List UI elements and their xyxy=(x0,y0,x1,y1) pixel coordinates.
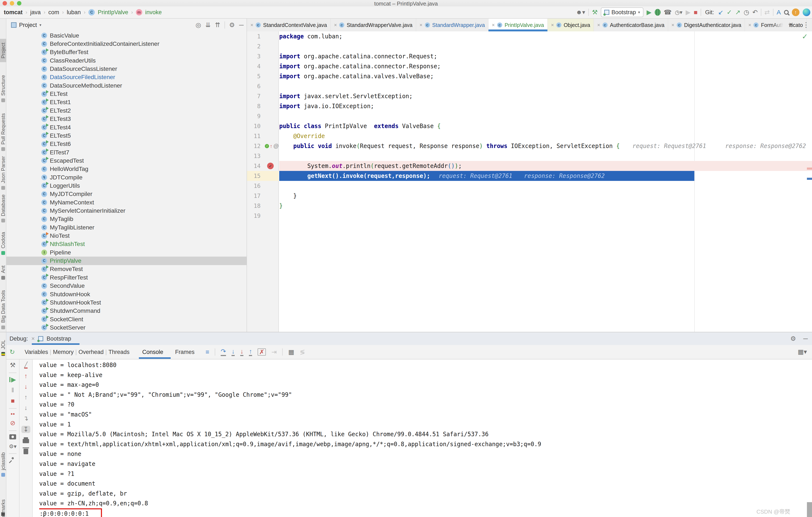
git-commit-icon[interactable]: ✓ xyxy=(727,9,732,16)
close-icon[interactable]: × xyxy=(597,22,600,28)
trace-icon[interactable]: ≶ xyxy=(300,349,305,355)
tree-item[interactable]: CELTest2 xyxy=(6,107,246,115)
sidebar-item-structure[interactable]: Structure xyxy=(0,72,6,106)
tree-item[interactable]: CElTest7 xyxy=(6,148,246,156)
history-icon[interactable]: ◷ xyxy=(744,9,749,16)
tree-item[interactable]: CELTest6 xyxy=(6,140,246,148)
close-icon[interactable]: × xyxy=(251,22,253,28)
print-icon[interactable] xyxy=(23,439,29,443)
stop-icon[interactable]: ■ xyxy=(694,9,697,16)
clear-all-icon[interactable] xyxy=(24,449,28,454)
resume-icon[interactable]: ▶ xyxy=(9,376,16,383)
inspections-ok-icon[interactable]: ✓ xyxy=(802,32,808,41)
drop-frame-icon[interactable]: ✗ xyxy=(258,348,266,355)
sidebar-item-project[interactable]: Project xyxy=(0,39,6,62)
clear-console-icon[interactable]: ╱ xyxy=(24,362,28,369)
rollback-icon[interactable]: ↶ xyxy=(752,9,758,16)
tab-authenticatorbase-java[interactable]: ×CAuthenticatorBase.java xyxy=(594,19,668,31)
tree-item[interactable]: CBeforeContextInitializedContainerListen… xyxy=(6,40,246,48)
profiler-icon[interactable]: ☎ xyxy=(664,9,672,16)
tree-item[interactable]: CNthSlashTest xyxy=(6,240,246,248)
breadcrumb-item[interactable]: tomcat xyxy=(4,9,23,16)
mute-breakpoints-icon[interactable]: ⊘ xyxy=(10,420,15,426)
breadcrumb-item[interactable]: luban xyxy=(67,9,81,16)
tree-item[interactable]: IPipeline xyxy=(6,248,246,257)
scroll-to-end-icon[interactable]: ↧ xyxy=(22,426,30,433)
expand-all-icon[interactable]: ⇊ xyxy=(205,22,211,28)
tree-item[interactable]: CShutdownHook xyxy=(6,290,246,298)
breadcrumb-item[interactable]: PrintIpValve xyxy=(98,9,128,16)
tab-console[interactable]: Console xyxy=(142,349,163,355)
tab-memory[interactable]: Memory xyxy=(53,349,74,355)
sidebar-item-ant[interactable]: Ant xyxy=(0,262,6,283)
tree-item[interactable]: CShutdownHookTest xyxy=(6,298,246,307)
tab-threads[interactable]: Threads xyxy=(109,349,129,355)
tree-item[interactable]: CRemoveTest xyxy=(6,265,246,274)
run-disabled-icon[interactable]: ▶ xyxy=(686,9,691,16)
tree-item[interactable]: CELTest5 xyxy=(6,132,246,140)
tree-item[interactable]: ↯JDTCompile xyxy=(6,173,246,181)
close-icon[interactable]: × xyxy=(748,22,751,28)
tree-item[interactable]: CBasicValue xyxy=(6,31,246,40)
tab-standardcontextvalve-java[interactable]: ×CStandardContextValve.java xyxy=(247,19,330,31)
tree-item[interactable]: CMyServletContainerInitializer xyxy=(6,206,246,215)
pin-icon[interactable] xyxy=(11,457,14,460)
run-config-combo[interactable]: Bootstrap▾ xyxy=(601,7,643,17)
locate-icon[interactable]: ◎ xyxy=(196,22,201,28)
close-session-icon[interactable]: × xyxy=(31,336,35,342)
tree-item[interactable]: CPrintIpValve xyxy=(6,257,246,265)
search-icon[interactable] xyxy=(784,10,789,15)
tab-list-chevron-icon[interactable]: ˅ xyxy=(789,21,793,28)
code-editor[interactable]: 123456789101112I↑@1314✓1516171819 packag… xyxy=(247,31,812,332)
hide-icon[interactable]: ─ xyxy=(239,22,243,28)
up-stack-trace-icon[interactable]: ↑ xyxy=(24,373,28,379)
soft-wrap-icon[interactable]: ↴ xyxy=(23,415,28,422)
tab-printipvalve-java[interactable]: ×CPrintIpValve.java xyxy=(489,19,548,31)
project-panel-title[interactable]: Project ▾ xyxy=(11,22,41,28)
debug-minimize-icon[interactable]: ─ xyxy=(803,336,808,342)
tree-item[interactable]: CDataSourceClassListener xyxy=(6,65,246,73)
close-icon[interactable]: × xyxy=(671,22,674,28)
down-stack-trace-icon[interactable]: ↓ xyxy=(24,383,28,390)
tree-item[interactable]: CELTest4 xyxy=(6,123,246,132)
rerun-icon[interactable]: ↻ xyxy=(9,349,15,355)
tab-frames[interactable]: Frames xyxy=(175,349,195,355)
tab-standardwrappervalve-java[interactable]: ×CStandardWrapperValve.java xyxy=(330,19,416,31)
breakpoint-icon[interactable]: ✓ xyxy=(267,163,274,169)
settings-gear-icon[interactable]: ⚙ xyxy=(229,22,235,28)
thread-dump-icon[interactable] xyxy=(9,434,16,439)
sidebar-item-jclasslib[interactable]: jclasslib xyxy=(0,450,6,479)
close-icon[interactable]: × xyxy=(551,22,554,28)
close-icon[interactable]: × xyxy=(492,22,495,28)
build-hammer-icon[interactable]: ⚒ xyxy=(592,9,598,16)
show-execution-point-icon[interactable]: ≡ xyxy=(205,349,209,355)
tab-variables[interactable]: Variables xyxy=(25,349,48,355)
sidebar-item-big-data-tools[interactable]: Big Data Tools xyxy=(0,287,6,333)
layout-settings-icon[interactable]: ▦▾ xyxy=(798,348,807,355)
git-push-icon[interactable]: ↗ xyxy=(735,9,740,16)
tree-item[interactable]: CHelloWorldTag xyxy=(6,165,246,173)
compare-icon[interactable]: ⇄ xyxy=(764,9,770,16)
evaluate-expression-icon[interactable]: ▦ xyxy=(288,349,294,355)
tree-item[interactable]: CLoggerUtils xyxy=(6,181,246,190)
step-into-icon[interactable]: ↓ xyxy=(232,348,235,356)
git-update-icon[interactable]: ↙ xyxy=(718,9,723,16)
step-out-icon[interactable]: ↑ xyxy=(249,348,252,356)
bookmark-flag-icon[interactable] xyxy=(1,512,5,516)
console-scrollbar[interactable] xyxy=(807,502,812,517)
attach-profiler-icon[interactable]: ◷▾ xyxy=(675,9,683,15)
force-step-into-icon[interactable]: ↓ xyxy=(240,348,243,356)
prev-occurrence-icon[interactable]: ↑ xyxy=(24,394,28,400)
close-icon[interactable]: × xyxy=(334,22,337,28)
tree-item[interactable]: CSocketClient xyxy=(6,315,246,323)
error-stripe-exec-mark[interactable] xyxy=(807,178,812,180)
upgrade-icon[interactable]: ↑ xyxy=(792,8,800,16)
tree-item[interactable]: CNioTest xyxy=(6,232,246,240)
tab-digestauthenticator-java[interactable]: ×CDigestAuthenticator.java xyxy=(668,19,745,31)
user-icon[interactable]: ☻▾ xyxy=(576,9,585,15)
debug-settings-icon[interactable]: ⚙▾ xyxy=(9,443,17,449)
pause-icon[interactable]: ‖ xyxy=(11,387,14,393)
tree-item[interactable]: CEscapedTest xyxy=(6,156,246,165)
tree-item[interactable]: CDataSourceMethodListener xyxy=(6,81,246,90)
breadcrumb-item[interactable]: invoke xyxy=(145,9,162,16)
